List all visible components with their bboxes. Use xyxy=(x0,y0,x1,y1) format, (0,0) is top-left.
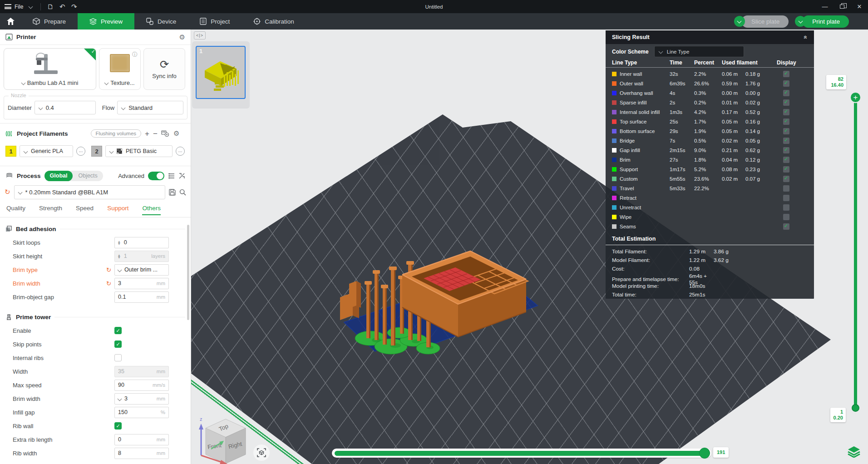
tab-project[interactable]: Project xyxy=(188,13,242,30)
color-scheme-select[interactable]: Line Type xyxy=(654,46,744,57)
internal-ribs-checkbox[interactable] xyxy=(114,354,122,361)
sliced-model[interactable] xyxy=(323,229,541,379)
layer-slider-track[interactable] xyxy=(854,97,857,408)
tab-quality[interactable]: Quality xyxy=(6,205,25,215)
display-checkbox[interactable] xyxy=(783,80,789,87)
enable-checkbox[interactable] xyxy=(114,327,122,334)
display-checkbox[interactable] xyxy=(783,157,789,163)
tab-preview[interactable]: Preview xyxy=(78,13,134,30)
save-preset-icon[interactable] xyxy=(169,189,176,196)
stepper-arrows-icon[interactable]: ▲▼ xyxy=(118,240,120,245)
tab-speed[interactable]: Speed xyxy=(76,205,94,215)
printer-card[interactable]: Bambu Lab A1 mini xyxy=(4,48,96,90)
display-checkbox[interactable] xyxy=(783,147,789,153)
plate-thumbnail[interactable]: 1 xyxy=(196,46,246,99)
filament-1-swatch[interactable]: 1 xyxy=(5,146,16,157)
minimize-button[interactable]: — xyxy=(816,0,833,13)
panel-collapse-icon[interactable]: « xyxy=(802,35,809,39)
plate-select-chevron-icon[interactable] xyxy=(104,81,109,85)
display-checkbox[interactable] xyxy=(783,204,789,211)
brim-type-reset-icon[interactable]: ↻ xyxy=(106,267,111,273)
rib-width-input[interactable]: 8 mm xyxy=(114,448,169,459)
filament-settings-gear-icon[interactable]: ⚙ xyxy=(173,129,179,138)
slice-options-chevron[interactable] xyxy=(734,16,745,27)
brim-object-gap-input[interactable]: 0.1 mm xyxy=(114,291,169,303)
snapshot-button[interactable] xyxy=(253,444,270,461)
flow-select[interactable]: Standard xyxy=(117,101,183,114)
new-project-icon[interactable]: 🗋 xyxy=(44,3,56,11)
move-slider-track[interactable] xyxy=(332,449,711,458)
plate-thumbnail-card[interactable]: 1 xyxy=(192,41,250,109)
printer-settings-gear-icon[interactable]: ⚙ xyxy=(179,33,185,41)
build-plate-card[interactable]: ⓘ Texture... xyxy=(99,48,141,90)
sync-info-button[interactable]: ⟳ Sync info xyxy=(143,48,185,90)
filament-1-edit-button[interactable]: ... xyxy=(76,147,85,156)
tab-prepare[interactable]: Prepare xyxy=(21,13,78,30)
move-slider-handle[interactable] xyxy=(699,448,710,459)
redo-icon[interactable]: ↷ xyxy=(68,3,80,11)
add-filament-button[interactable]: + xyxy=(145,130,149,138)
viewport-3d[interactable]: Bambu Textured PEI Plate xyxy=(191,30,868,464)
extra-rib-length-input[interactable]: 0 mm xyxy=(114,434,169,445)
process-preset-select[interactable]: * 0.20mm Standard @BBL A1M xyxy=(14,185,165,199)
filament-2-swatch[interactable]: 2 xyxy=(91,146,102,157)
layer-slider-bottom-handle[interactable] xyxy=(852,404,859,412)
filament-2-select[interactable]: PETG Basic xyxy=(105,145,173,157)
display-checkbox[interactable] xyxy=(783,166,789,173)
plate-info-icon[interactable]: ⓘ xyxy=(132,51,138,59)
rib-wall-checkbox[interactable] xyxy=(114,422,122,429)
tab-support[interactable]: Support xyxy=(107,205,128,215)
remove-filament-button[interactable]: − xyxy=(153,130,158,138)
collapse-thumbnails-button[interactable]: <|> xyxy=(194,31,206,39)
brim-width-reset-icon[interactable]: ↻ xyxy=(106,280,111,287)
display-checkbox[interactable] xyxy=(783,99,789,106)
tower-brim-width-select[interactable]: 3 mm xyxy=(114,393,169,405)
filament-2-edit-button[interactable]: ... xyxy=(176,147,185,156)
skip-points-checkbox[interactable] xyxy=(114,341,122,348)
file-menu[interactable]: File xyxy=(15,4,23,10)
tab-calibration[interactable]: Calibration xyxy=(242,13,306,30)
settings-scroll-area[interactable]: Bed adhesion Skirt loops ▲▼ 0 Skirt heig… xyxy=(0,222,191,464)
sidebar-scrollbar[interactable] xyxy=(187,225,189,320)
display-checkbox[interactable] xyxy=(783,71,789,77)
undo-icon[interactable]: ↶ xyxy=(56,3,68,11)
ams-sync-icon[interactable] xyxy=(161,130,169,137)
printer-select-chevron-icon[interactable] xyxy=(21,81,25,85)
print-plate-button[interactable]: Print plate xyxy=(802,15,849,28)
preset-list-icon[interactable] xyxy=(168,173,175,179)
display-checkbox[interactable] xyxy=(783,214,789,220)
tab-strength[interactable]: Strength xyxy=(39,205,62,215)
display-checkbox[interactable] xyxy=(783,109,789,115)
nozzle-diameter-select[interactable]: 0.4 xyxy=(35,101,96,114)
scope-global[interactable]: Global xyxy=(44,171,73,181)
display-checkbox[interactable] xyxy=(783,195,789,201)
brim-type-select[interactable]: Outer brim ... xyxy=(114,264,169,276)
skirt-loops-stepper[interactable]: ▲▼ 0 xyxy=(114,237,169,248)
tab-others[interactable]: Others xyxy=(142,205,161,215)
display-checkbox[interactable] xyxy=(783,128,789,134)
brim-width-input[interactable]: 3 mm xyxy=(114,278,169,289)
close-button[interactable]: ✕ xyxy=(851,0,868,13)
max-speed-input[interactable]: 90 mm/s xyxy=(114,380,169,391)
display-checkbox[interactable] xyxy=(783,90,789,96)
infill-gap-input[interactable]: 150 % xyxy=(114,407,169,418)
slice-plate-button[interactable]: Slice plate xyxy=(741,15,789,28)
flushing-volumes-button[interactable]: Flushing volumes xyxy=(91,129,141,138)
display-checkbox[interactable] xyxy=(783,223,789,230)
tab-device[interactable]: Device xyxy=(134,13,188,30)
filament-1-select[interactable]: Generic PLA xyxy=(20,145,73,157)
search-preset-icon[interactable] xyxy=(179,189,186,196)
scope-objects[interactable]: Objects xyxy=(73,171,103,181)
display-checkbox[interactable] xyxy=(783,176,789,182)
advanced-toggle[interactable] xyxy=(148,172,164,180)
restore-button[interactable] xyxy=(833,0,851,13)
reset-preset-icon[interactable]: ↻ xyxy=(5,188,10,196)
home-button[interactable] xyxy=(0,13,21,30)
display-checkbox[interactable] xyxy=(783,118,789,125)
orientation-cube[interactable]: Top Front Right z xyxy=(197,415,247,464)
display-checkbox[interactable] xyxy=(783,185,789,192)
compare-presets-icon[interactable] xyxy=(178,173,185,179)
layer-slider-top-handle[interactable]: + xyxy=(850,92,861,103)
file-menu-chevron-icon[interactable] xyxy=(29,5,33,9)
layers-icon[interactable] xyxy=(848,446,860,458)
